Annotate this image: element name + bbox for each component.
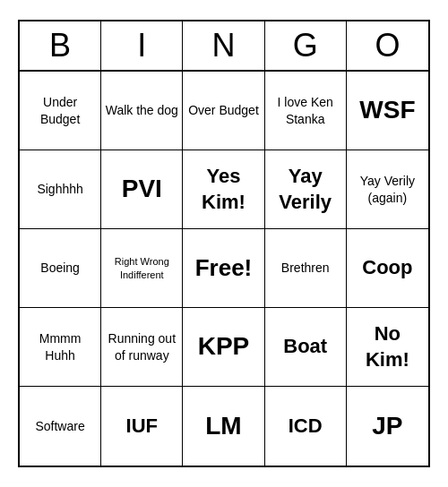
bingo-cell-18[interactable]: Boat <box>265 308 347 387</box>
bingo-cell-6[interactable]: PVI <box>101 150 183 229</box>
bingo-cell-14[interactable]: Coop <box>347 229 428 308</box>
bingo-cell-24[interactable]: JP <box>347 387 428 466</box>
bingo-card: B I N G O Under BudgetWalk the dogOver B… <box>18 20 430 467</box>
bingo-cell-4[interactable]: WSF <box>347 72 428 150</box>
bingo-grid: Under BudgetWalk the dogOver BudgetI lov… <box>20 72 428 466</box>
bingo-cell-3[interactable]: I love Ken Stanka <box>265 72 347 150</box>
header-i: I <box>101 21 183 70</box>
bingo-cell-2[interactable]: Over Budget <box>183 72 264 150</box>
bingo-cell-12[interactable]: Free! <box>183 229 264 308</box>
header-o: O <box>347 21 428 70</box>
bingo-cell-16[interactable]: Running out of runway <box>101 308 183 387</box>
bingo-cell-11[interactable]: Right Wrong Indifferent <box>101 229 183 308</box>
bingo-cell-9[interactable]: Yay Verily (again) <box>347 150 428 229</box>
bingo-cell-17[interactable]: KPP <box>183 308 264 387</box>
header-n: N <box>183 21 264 70</box>
bingo-cell-0[interactable]: Under Budget <box>20 72 101 150</box>
header-b: B <box>20 21 101 70</box>
bingo-cell-21[interactable]: IUF <box>101 387 183 466</box>
bingo-cell-22[interactable]: LM <box>183 387 264 466</box>
bingo-cell-1[interactable]: Walk the dog <box>101 72 183 150</box>
bingo-cell-8[interactable]: Yay Verily <box>265 150 347 229</box>
bingo-cell-5[interactable]: Sighhhh <box>20 150 101 229</box>
bingo-cell-23[interactable]: ICD <box>265 387 347 466</box>
bingo-cell-13[interactable]: Brethren <box>265 229 347 308</box>
bingo-cell-19[interactable]: No Kim! <box>347 308 428 387</box>
bingo-cell-10[interactable]: Boeing <box>20 229 101 308</box>
header-g: G <box>265 21 347 70</box>
bingo-cell-15[interactable]: Mmmm Huhh <box>20 308 101 387</box>
bingo-header: B I N G O <box>20 21 428 72</box>
bingo-cell-7[interactable]: Yes Kim! <box>183 150 264 229</box>
bingo-cell-20[interactable]: Software <box>20 387 101 466</box>
